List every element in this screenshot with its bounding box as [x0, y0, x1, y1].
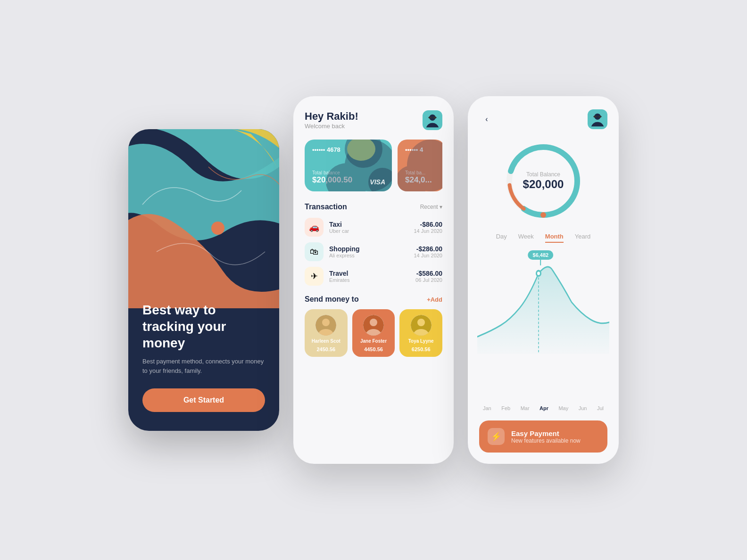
- card-1[interactable]: •••••• 4678 Total balance $20,000.50 VIS…: [305, 140, 392, 191]
- dashboard-header: Hey Rakib! Welcome back: [305, 110, 442, 130]
- onboarding-title: Best way to tracking your money: [142, 302, 265, 351]
- add-contact-button[interactable]: +Add: [427, 296, 442, 303]
- toya-avatar: [411, 315, 432, 336]
- month-mar: Mar: [521, 405, 530, 411]
- svg-rect-4: [433, 116, 437, 118]
- contact-harleen[interactable]: Harleen Scot 2450.56: [305, 309, 348, 357]
- onboarding-art: [128, 129, 279, 308]
- phone1-text-content: Best way to tracking your money Best pay…: [128, 288, 279, 431]
- easy-payment-banner[interactable]: ⚡ Easy Payment New features available no…: [479, 420, 607, 453]
- phone3-balance: ‹: [468, 96, 619, 464]
- back-button[interactable]: ‹: [479, 112, 494, 127]
- contacts-list: Harleen Scot 2450.56 Jane Foster 4450.56: [305, 309, 442, 357]
- transaction-title: Transaction: [305, 203, 347, 211]
- onboarding-subtitle: Best payment method, connects your money…: [142, 357, 265, 375]
- greeting-name: Hey Rakib!: [305, 110, 358, 123]
- shopping-icon: 🛍: [305, 242, 324, 261]
- contact-jane[interactable]: Jane Foster 4450.56: [352, 309, 395, 357]
- lightning-icon: ⚡: [488, 428, 505, 445]
- svg-point-14: [370, 319, 377, 326]
- balance-center: Total Balance $20,000: [523, 171, 564, 191]
- period-year[interactable]: Yeard: [575, 231, 591, 243]
- balance-donut: Total Balance $20,000: [479, 139, 607, 223]
- send-money-header: Send money to +Add: [305, 295, 442, 304]
- svg-rect-20: [598, 115, 602, 117]
- period-week[interactable]: Week: [518, 231, 534, 243]
- travel-icon: ✈: [305, 267, 324, 286]
- chart-tooltip: $6,482: [528, 250, 554, 260]
- svg-rect-3: [428, 116, 432, 118]
- greeting-sub: Welcome back: [305, 123, 358, 130]
- transaction-header: Transaction Recent ▾: [305, 203, 442, 211]
- month-may: May: [558, 405, 568, 411]
- balance-header: ‹: [479, 109, 607, 129]
- month-apr[interactable]: Apr: [540, 405, 548, 411]
- cards-carousel: •••••• 4678 Total balance $20,000.50 VIS…: [305, 140, 442, 191]
- balance-avatar[interactable]: [588, 109, 607, 129]
- month-feb: Feb: [501, 405, 510, 411]
- transaction-taxi[interactable]: 🚗 Taxi Uber car -$86.00 14 Jun 2020: [305, 218, 442, 237]
- taxi-icon: 🚗: [305, 218, 324, 237]
- chart-area: $6,482: [477, 250, 609, 404]
- contact-toya[interactable]: Toya Lyyne 6250.56: [399, 309, 442, 357]
- transaction-list: 🚗 Taxi Uber car -$86.00 14 Jun 2020 🛍 Sh…: [305, 218, 442, 286]
- period-month[interactable]: Month: [545, 231, 564, 243]
- send-money-title: Send money to: [305, 295, 359, 304]
- period-day[interactable]: Day: [496, 231, 507, 243]
- month-jan: Jan: [483, 405, 491, 411]
- svg-rect-19: [593, 115, 597, 117]
- period-tabs: Day Week Month Yeard: [479, 231, 607, 243]
- filter-button[interactable]: Recent ▾: [420, 204, 442, 210]
- transaction-shopping[interactable]: 🛍 Shopping Ali express -$286.00 14 Jun 2…: [305, 242, 442, 261]
- month-labels: Jan Feb Mar Apr May Jun Jul: [479, 404, 607, 413]
- transaction-travel[interactable]: ✈ Travel Emirates -$586.00 06 Jul 2020: [305, 267, 442, 286]
- get-started-button[interactable]: Get Started: [142, 388, 265, 412]
- month-jul: Jul: [597, 405, 604, 411]
- month-jun: Jun: [579, 405, 587, 411]
- phone1-onboarding: Best way to tracking your money Best pay…: [128, 129, 279, 431]
- svg-point-16: [417, 319, 425, 326]
- ep-title: Easy Payment: [511, 429, 581, 437]
- user-avatar[interactable]: [423, 110, 442, 130]
- card-2[interactable]: •••••• 4 Total ba... $24,0...: [398, 140, 442, 191]
- svg-point-12: [322, 319, 330, 326]
- svg-point-25: [540, 212, 546, 218]
- harleen-avatar: [315, 315, 336, 336]
- jane-avatar: [363, 315, 384, 336]
- svg-point-0: [211, 222, 224, 235]
- ep-subtitle: New features available now: [511, 437, 581, 444]
- scene: Best way to tracking your money Best pay…: [109, 68, 638, 492]
- phone2-dashboard: Hey Rakib! Welcome back: [293, 96, 454, 464]
- svg-point-28: [537, 272, 540, 275]
